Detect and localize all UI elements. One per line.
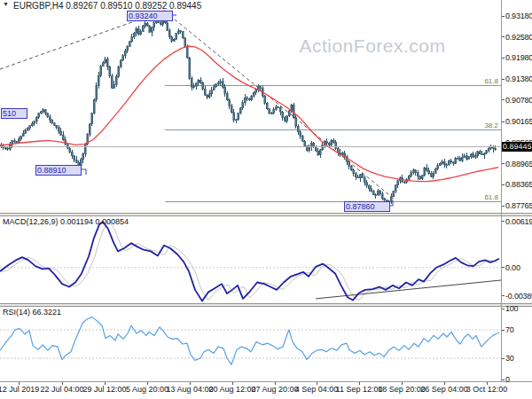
time-axis-label: 18 Sep 20:00 — [378, 385, 426, 394]
chevron-down-icon[interactable]: ▼ — [3, 1, 9, 7]
macd-indicator-label: MACD(12,26,9) 0.001194 0.000854 — [3, 217, 129, 226]
fib-level-label: 38.2 — [482, 121, 498, 129]
price-level-annotation[interactable]: 0.87860 — [344, 201, 390, 212]
chart-title-ohlc: EURGBP,H4 0.89267 0.89510 0.89252 0.8944… — [13, 1, 201, 11]
price-axis-label: 0.90780 — [505, 96, 532, 105]
time-axis-label: 3 Oct 12:00 — [466, 385, 508, 394]
fib-level-label: 61.8 — [482, 193, 498, 201]
price-axis-label: 0.93180 — [505, 12, 532, 20]
price-axis-label: 0.87765 — [505, 201, 532, 210]
time-axis-label: 29 Jul 12:00 — [82, 385, 126, 394]
price-axis-label: 0.89565 — [505, 138, 532, 147]
macd-main-line — [0, 222, 499, 301]
rsi-indicator-label: RSI(14) 66.3221 — [3, 308, 61, 317]
macd-axis-label: -0.003851 — [505, 292, 532, 301]
price-axis-label: 0.91380 — [505, 74, 532, 83]
time-axis-label: 4 Sep 04:00 — [295, 385, 339, 394]
time-axis-label: 11 Sep 12:00 — [336, 385, 383, 394]
time-axis-label: 12 Jul 2019 — [0, 385, 39, 394]
price-level-annotation[interactable]: 0.88910 — [35, 165, 82, 176]
time-axis-label: 13 Aug 04:00 — [166, 385, 213, 394]
fib-retracement-lines — [165, 86, 501, 202]
price-axis-label: 0.88965 — [505, 160, 532, 168]
chart-window: ▼ EURGBP,H4 0.89267 0.89510 0.89252 0.89… — [0, 0, 532, 399]
rsi-axis-label: 70 — [505, 325, 514, 334]
price-axis-label: 0.88365 — [505, 180, 532, 189]
macd-axis-label: 0.00 — [505, 263, 520, 272]
price-axis-label: 0.90165 — [505, 117, 532, 126]
rsi-line — [0, 317, 499, 365]
axis-border-vertical — [501, 0, 502, 381]
macd-axis-label: 0.006195 — [505, 217, 532, 226]
rsi-axis-label: 30 — [505, 354, 514, 363]
price-axis-label: 0.91980 — [505, 53, 532, 62]
rsi-axis-label: 100 — [505, 304, 518, 313]
price-level-annotation[interactable]: 510 — [1, 108, 27, 119]
time-axis-label: 22 Jul 04:00 — [40, 385, 83, 394]
moving-average-line — [0, 46, 498, 182]
panel-separator-macd-rsi[interactable] — [0, 303, 532, 307]
watermark: ActionForex.com — [299, 35, 445, 57]
price-level-annotation[interactable]: 0.93240 — [127, 11, 173, 21]
time-axis-label: 27 Aug 20:00 — [251, 385, 298, 394]
time-axis-label: 20 Aug 12:00 — [208, 385, 255, 394]
time-axis-label: 5 Aug 20:00 — [126, 385, 168, 394]
panel-separator-price-macd[interactable] — [0, 213, 532, 216]
time-axis-label: 26 Sep 04:00 — [420, 385, 468, 394]
rsi-axis-label: 0 — [505, 375, 510, 384]
axis-border-horizontal — [0, 381, 532, 382]
fib-level-label: 61.8 — [482, 77, 498, 85]
price-axis-label: 0.92580 — [505, 33, 532, 42]
chart-canvas — [0, 0, 532, 399]
